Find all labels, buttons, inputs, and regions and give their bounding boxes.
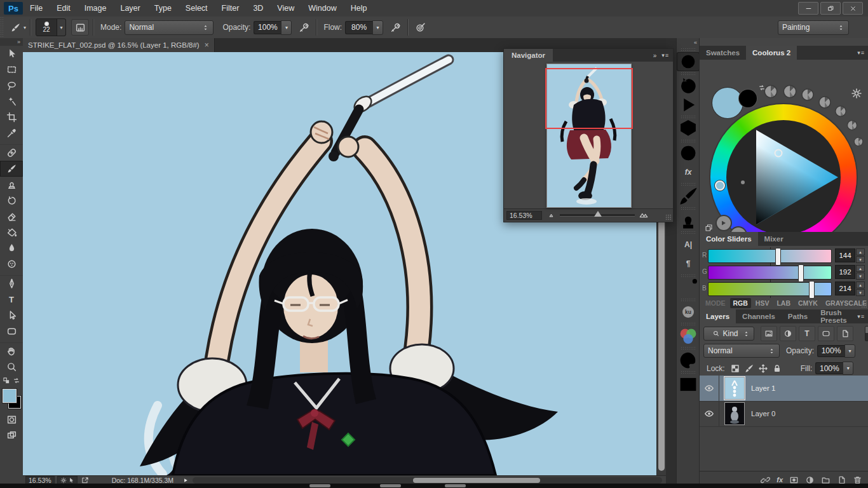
history-brush-tool[interactable]	[0, 193, 23, 208]
tab-channels[interactable]: Channels	[736, 309, 782, 323]
vertical-scrollbar-thumb[interactable]	[658, 213, 665, 471]
dock-history[interactable]	[677, 76, 700, 95]
horizontal-scrollbar-thumb[interactable]	[413, 478, 540, 483]
layer-1-visibility[interactable]	[700, 376, 719, 401]
filter-toggle-switch[interactable]	[865, 326, 868, 341]
dock-paragraph[interactable]: ¶	[677, 254, 700, 273]
tab-brush-presets[interactable]: Brush Presets	[814, 309, 857, 323]
dock-navigator[interactable]	[677, 52, 700, 71]
menu-file[interactable]: File	[23, 0, 50, 17]
default-swap-colors[interactable]	[0, 375, 23, 386]
dock-adjustments[interactable]	[677, 144, 700, 163]
magic-wand-tool[interactable]	[0, 93, 23, 109]
layer-blend-mode-select[interactable]: Normal	[703, 344, 780, 358]
coolorus-hue-ring[interactable]	[710, 104, 857, 250]
layer-0-visibility[interactable]	[700, 401, 719, 426]
dock-mixer[interactable]	[677, 351, 700, 370]
filter-adjustment-layers-button[interactable]	[780, 326, 796, 341]
knob-dial-2[interactable]	[782, 83, 798, 100]
horizontal-scrollbar[interactable]	[193, 477, 662, 484]
restore-button[interactable]	[820, 2, 841, 15]
close-button[interactable]	[843, 2, 863, 15]
layer-row-1[interactable]: Layer 1	[700, 376, 868, 402]
crop-tool[interactable]	[0, 109, 23, 125]
mode-lab[interactable]: LAB	[773, 298, 794, 308]
status-flyout-icon[interactable]	[182, 477, 189, 484]
flow-caret-icon[interactable]: ▾	[372, 20, 383, 35]
tab-coolorus[interactable]: Coolorus 2	[746, 46, 797, 60]
airbrush-pressure-button[interactable]	[412, 20, 428, 35]
step-down-icon[interactable]: ▼	[856, 273, 865, 280]
shape-tool[interactable]	[0, 323, 23, 339]
menu-type[interactable]: Type	[147, 0, 179, 17]
filter-pixel-layers-button[interactable]	[761, 326, 777, 341]
dock-collapse-button[interactable]: «	[677, 38, 700, 47]
brush-size-caret-icon[interactable]: ▾	[57, 19, 65, 36]
type-tool[interactable]: T	[0, 292, 23, 308]
flow-value[interactable]: 80%	[345, 21, 372, 34]
tab-mixer[interactable]: Mixer	[758, 232, 790, 246]
menu-layer[interactable]: Layer	[113, 0, 147, 17]
path-selection-tool[interactable]	[0, 308, 23, 323]
lock-all-icon[interactable]	[772, 363, 782, 374]
dock-styles[interactable]: fx	[677, 163, 700, 182]
eraser-tool[interactable]	[0, 208, 23, 224]
coolorus-triangle[interactable]	[710, 104, 857, 250]
document-tab[interactable]: STRIKE_FLAT_002.psd @ 16.5% (Layer 1, RG…	[23, 38, 215, 52]
coolorus-settings-icon[interactable]	[851, 88, 862, 99]
mode-cmyk[interactable]: CMYK	[795, 298, 821, 308]
hand-tool[interactable]	[0, 343, 23, 359]
menu-image[interactable]: Image	[78, 0, 114, 17]
tablet-pressure-opacity-button[interactable]	[295, 20, 312, 35]
tab-color-sliders[interactable]: Color Sliders	[700, 232, 758, 246]
coolorus-foreground-swatch[interactable]	[712, 88, 743, 118]
dodge-tool[interactable]	[0, 256, 23, 272]
filter-type-layers-button[interactable]: T	[799, 326, 815, 341]
knob-dial-6[interactable]	[846, 119, 858, 132]
knob-dial-1[interactable]	[763, 83, 779, 100]
knob-dial-7[interactable]	[853, 136, 864, 147]
panel-menu-icon[interactable]: ▾≡	[661, 52, 669, 58]
dock-tool-presets[interactable]	[677, 278, 700, 297]
screen-mode-button[interactable]	[0, 428, 23, 444]
opacity-caret-icon[interactable]: ▾	[281, 20, 292, 35]
zoom-in-icon[interactable]	[639, 211, 649, 220]
tab-paths[interactable]: Paths	[782, 309, 814, 323]
quick-mask-button[interactable]	[0, 412, 23, 428]
menu-help[interactable]: Help	[344, 0, 374, 17]
hue-cursor[interactable]	[715, 180, 725, 191]
mode-rgb[interactable]: RGB	[730, 298, 751, 308]
navigator-zoom-slider-thumb[interactable]	[594, 211, 602, 217]
layer-fill-caret-icon[interactable]: ▾	[843, 362, 853, 375]
panel-menu-icon[interactable]: ▾≡	[857, 313, 865, 320]
filter-smart-objects-button[interactable]	[837, 326, 853, 341]
navigator-zoom-slider[interactable]	[560, 214, 635, 217]
layer-filter-kind-select[interactable]: Kind	[703, 327, 754, 341]
dock-3d-material[interactable]	[677, 119, 700, 139]
clone-stamp-tool[interactable]	[0, 177, 23, 193]
minimize-button[interactable]	[798, 2, 818, 15]
lock-transparency-icon[interactable]	[730, 363, 740, 374]
channel-b-value[interactable]: 214	[835, 281, 855, 295]
options-grip[interactable]	[0, 17, 4, 38]
layer-row-0[interactable]: Layer 0	[700, 401, 868, 427]
marquee-tool[interactable]	[0, 62, 23, 78]
channel-r-slider[interactable]	[708, 249, 832, 263]
panel-resize-grip[interactable]	[861, 302, 867, 308]
dock-libraries[interactable]	[677, 375, 700, 394]
tools-collapse-button[interactable]: »	[0, 38, 23, 46]
tab-layers[interactable]: Layers	[700, 309, 736, 323]
wheel-mode-triangle-button[interactable]	[717, 216, 731, 230]
tool-preset-caret-icon[interactable]: ▾	[24, 25, 26, 30]
healing-brush-tool[interactable]	[0, 145, 23, 161]
dock-kuler[interactable]: ku	[677, 302, 700, 322]
lasso-tool[interactable]	[0, 78, 23, 93]
foreground-color-chip[interactable]	[3, 389, 17, 403]
channel-r-value[interactable]: 144	[835, 248, 855, 262]
lock-position-icon[interactable]	[758, 363, 768, 374]
step-down-icon[interactable]: ▼	[856, 289, 865, 296]
channel-b-thumb[interactable]	[809, 281, 815, 299]
channel-g-thumb[interactable]	[798, 264, 804, 282]
knob-dial-5[interactable]	[834, 104, 848, 118]
channel-b-slider[interactable]	[708, 282, 832, 296]
